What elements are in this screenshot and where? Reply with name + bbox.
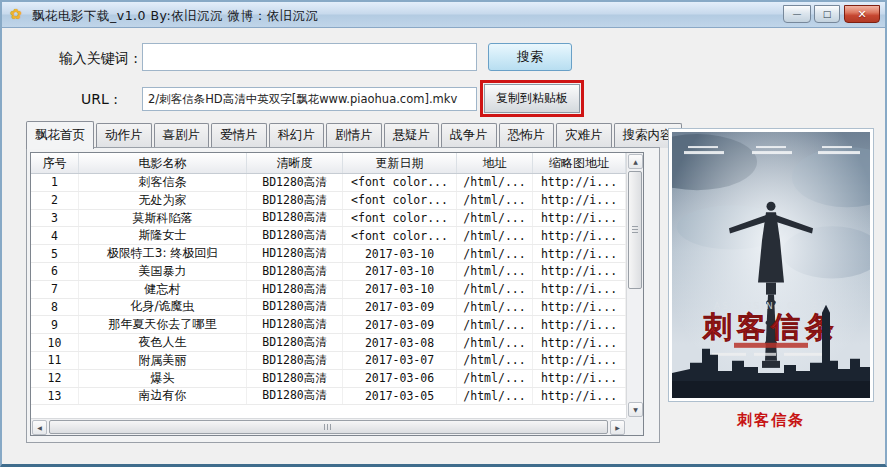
table-cell: 斯隆女士 bbox=[79, 227, 247, 244]
table-cell: http://i... bbox=[533, 334, 626, 351]
table-cell: /html/... bbox=[457, 245, 533, 262]
tab-科幻片[interactable]: 科幻片 bbox=[269, 123, 325, 148]
table-cell: BD1280高清 bbox=[247, 263, 343, 280]
table-cell: http://i... bbox=[533, 263, 626, 280]
table-row[interactable]: 12爆头BD1280高清2017-03-06/html/...http://i.… bbox=[31, 370, 626, 388]
table-row[interactable]: 7健忘村HD1280高清2017-03-10/html/...http://i.… bbox=[31, 281, 626, 299]
arrow-left-icon: ◀ bbox=[37, 424, 42, 431]
keyword-input[interactable] bbox=[142, 43, 477, 71]
table-header[interactable]: 序号电影名称清晰度更新日期地址缩略图地址 bbox=[31, 153, 626, 174]
tab-喜剧片[interactable]: 喜剧片 bbox=[154, 123, 210, 148]
column-header[interactable]: 序号 bbox=[31, 153, 79, 173]
table-row[interactable]: 11附属美丽BD1280高清2017-03-07/html/...http://… bbox=[31, 352, 626, 370]
copy-to-clipboard-button[interactable]: 复制到粘贴板 bbox=[484, 84, 580, 113]
table-cell: /html/... bbox=[457, 316, 533, 333]
column-header[interactable]: 缩略图地址 bbox=[533, 153, 626, 173]
table-cell: 2 bbox=[31, 192, 79, 209]
scroll-down-button[interactable]: ▼ bbox=[628, 402, 643, 417]
vertical-scroll-thumb[interactable] bbox=[628, 171, 642, 289]
horizontal-scrollbar[interactable]: ◀ ▶ bbox=[31, 418, 626, 435]
table-cell: BD1280高清 bbox=[247, 334, 343, 351]
table-cell: BD1280高清 bbox=[247, 299, 343, 316]
tab-动作片[interactable]: 动作片 bbox=[96, 123, 152, 148]
table-cell: <font color... bbox=[343, 227, 457, 244]
table-cell: 11 bbox=[31, 352, 79, 369]
table-cell: /html/... bbox=[457, 210, 533, 227]
scroll-up-button[interactable]: ▲ bbox=[628, 154, 643, 169]
tab-悬疑片[interactable]: 悬疑片 bbox=[384, 123, 440, 148]
app-flower-icon: ✿ bbox=[10, 6, 22, 22]
table-cell: /html/... bbox=[457, 352, 533, 369]
table-cell: 2017-03-10 bbox=[343, 263, 457, 280]
poster-image: ASSASSINS CREED 刺客信条 bbox=[672, 132, 870, 398]
url-input[interactable] bbox=[142, 87, 477, 111]
column-header[interactable]: 更新日期 bbox=[343, 153, 457, 173]
table-cell: http://i... bbox=[533, 352, 626, 369]
table-cell: <font color... bbox=[343, 192, 457, 209]
window-title: 飘花电影下载_v1.0 By:依旧沉沉 微博：依旧沉沉 bbox=[32, 8, 319, 25]
table-row[interactable]: 8化身/诡魔虫BD1280高清2017-03-09/html/...http:/… bbox=[31, 299, 626, 317]
table-cell: 9 bbox=[31, 316, 79, 333]
table-cell: BD1280高清 bbox=[247, 210, 343, 227]
table-cell: 南边有你 bbox=[79, 388, 247, 405]
table-row[interactable]: 5极限特工3: 终极回归HD1280高清2017-03-10/html/...h… bbox=[31, 245, 626, 263]
column-header[interactable]: 电影名称 bbox=[79, 153, 247, 173]
table-cell: http://i... bbox=[533, 370, 626, 387]
table-row[interactable]: 6美国暴力BD1280高清2017-03-10/html/...http://i… bbox=[31, 263, 626, 281]
table-cell: 美国暴力 bbox=[79, 263, 247, 280]
app-window: ✿ 飘花电影下载_v1.0 By:依旧沉沉 微博：依旧沉沉 — □ ✕ 输入关键… bbox=[0, 0, 887, 467]
table-cell: 13 bbox=[31, 388, 79, 405]
table-cell: http://i... bbox=[533, 227, 626, 244]
scroll-left-button[interactable]: ◀ bbox=[32, 420, 47, 435]
table-cell: 1 bbox=[31, 174, 79, 191]
table-row[interactable]: 13南边有你BD1280高清2017-03-05/html/...http://… bbox=[31, 388, 626, 406]
table-cell: 2017-03-06 bbox=[343, 370, 457, 387]
tab-剧情片[interactable]: 剧情片 bbox=[326, 123, 382, 148]
tab-飘花首页[interactable]: 飘花首页 bbox=[26, 121, 94, 149]
movie-poster: ASSASSINS CREED 刺客信条 bbox=[668, 128, 874, 402]
titlebar[interactable]: ✿ 飘花电影下载_v1.0 By:依旧沉沉 微博：依旧沉沉 — □ ✕ bbox=[2, 2, 885, 28]
tab-灾难片[interactable]: 灾难片 bbox=[556, 123, 612, 148]
tab-strip: 飘花首页动作片喜剧片爱情片科幻片剧情片悬疑片战争片恐怖片灾难片搜索内容 bbox=[26, 125, 684, 148]
minimize-button[interactable]: — bbox=[783, 5, 811, 23]
vertical-scrollbar[interactable]: ▲ ▼ bbox=[626, 153, 643, 418]
poster-caption: 刺客信条 bbox=[668, 411, 874, 430]
table-cell: HD1280高清 bbox=[247, 245, 343, 262]
tab-恐怖片[interactable]: 恐怖片 bbox=[499, 123, 555, 148]
arrow-right-icon: ▶ bbox=[615, 424, 620, 431]
table-cell: 7 bbox=[31, 281, 79, 298]
table-cell: 10 bbox=[31, 334, 79, 351]
close-button[interactable]: ✕ bbox=[844, 5, 880, 23]
table-row[interactable]: 10夜色人生BD1280高清2017-03-08/html/...http://… bbox=[31, 334, 626, 352]
table-cell: /html/... bbox=[457, 388, 533, 405]
tab-战争片[interactable]: 战争片 bbox=[441, 123, 497, 148]
table-row[interactable]: 4斯隆女士BD1280高清<font color.../html/...http… bbox=[31, 227, 626, 245]
column-header[interactable]: 清晰度 bbox=[247, 153, 343, 173]
column-header[interactable]: 地址 bbox=[457, 153, 533, 173]
table-cell: http://i... bbox=[533, 281, 626, 298]
table-cell: 无处为家 bbox=[79, 192, 247, 209]
table-cell: 莫斯科陷落 bbox=[79, 210, 247, 227]
maximize-button[interactable]: □ bbox=[814, 5, 840, 23]
table-cell: BD1280高清 bbox=[247, 388, 343, 405]
scrollbar-corner bbox=[626, 418, 643, 435]
tab-爱情片[interactable]: 爱情片 bbox=[211, 123, 267, 148]
scroll-right-button[interactable]: ▶ bbox=[610, 420, 625, 435]
search-button[interactable]: 搜索 bbox=[488, 43, 572, 71]
table-row[interactable]: 3莫斯科陷落BD1280高清<font color.../html/...htt… bbox=[31, 210, 626, 228]
table-cell: 2017-03-07 bbox=[343, 352, 457, 369]
horizontal-scroll-thumb[interactable] bbox=[49, 420, 608, 434]
table-row[interactable]: 1刺客信条BD1280高清<font color.../html/...http… bbox=[31, 174, 626, 192]
keyword-label: 输入关键词 : bbox=[32, 50, 138, 68]
table-cell: 2017-03-09 bbox=[343, 316, 457, 333]
minimize-icon: — bbox=[793, 9, 802, 19]
table-cell: http://i... bbox=[533, 316, 626, 333]
table-cell: http://i... bbox=[533, 388, 626, 405]
table-cell: http://i... bbox=[533, 174, 626, 191]
table-row[interactable]: 9那年夏天你去了哪里HD1280高清2017-03-09/html/...htt… bbox=[31, 316, 626, 334]
table-cell: /html/... bbox=[457, 334, 533, 351]
maximize-icon: □ bbox=[823, 9, 832, 19]
table-row[interactable]: 2无处为家BD1280高清<font color.../html/...http… bbox=[31, 192, 626, 210]
table-cell: 2017-03-08 bbox=[343, 334, 457, 351]
table-cell: 极限特工3: 终极回归 bbox=[79, 245, 247, 262]
